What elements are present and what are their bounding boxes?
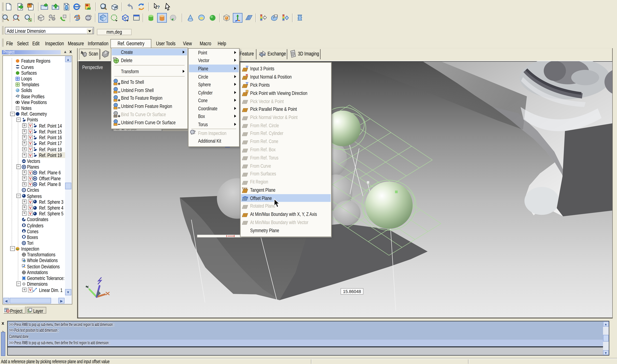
svg-text:15.86048: 15.86048 [343,289,361,294]
svg-text:TAN: TAN [242,187,247,190]
svg-text:Perspective: Perspective [82,65,103,70]
